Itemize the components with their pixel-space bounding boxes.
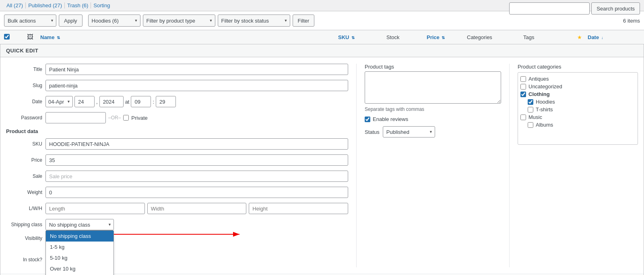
date-colon: : [153,99,154,105]
table-header: 🖼 Name ⇅ SKU ⇅ Stock Price ⇅ Categories … [0,30,644,44]
date-column-header[interactable]: Date ↓ [588,34,640,40]
title-row: Title [6,64,348,75]
sku-label: SKU [6,141,42,147]
bulk-actions-select[interactable]: Bulk actions [4,15,56,27]
password-label: Password [6,115,42,121]
sku-column-header[interactable]: SKU ⇅ [338,34,386,40]
weight-row: Weight [6,187,348,198]
status-select[interactable]: Published [383,126,435,138]
categories-list: Antiques Uncategorized Clothing [518,72,638,145]
date-inputs: 04-Apr ▼ , at : [45,96,176,107]
cat-antiques-label: Antiques [528,76,549,82]
length-input[interactable] [45,203,145,214]
lwh-row: L/W/H [6,203,348,214]
select-all-wrapper[interactable] [4,34,20,41]
weight-input[interactable] [45,187,348,198]
cat-clothing: Clothing [520,90,635,98]
password-input[interactable] [45,112,106,123]
private-checkbox[interactable] [123,115,129,121]
cat-uncategorized-checkbox[interactable] [520,84,526,90]
weight-label: Weight [6,190,42,195]
cat-albums-checkbox[interactable] [528,122,533,128]
shipping-option-no-class[interactable]: No shipping class [46,231,114,242]
title-input[interactable] [45,64,348,75]
status-label: Status [365,129,380,135]
date-year-input[interactable] [99,96,124,107]
slug-row: Slug [6,80,348,91]
slug-input[interactable] [45,80,348,91]
price-row: Price [6,154,348,166]
shipping-class-wrapper: No shipping class ▼ No shipping class 1-… [45,219,114,230]
status-select-wrapper: Published ▼ [383,126,435,138]
sku-input[interactable] [45,138,348,150]
price-input[interactable] [45,154,348,166]
tab-trash[interactable]: Trash (6) [65,2,91,8]
filter-button[interactable]: Filter [293,15,315,27]
lwh-label: L/W/H [6,206,42,211]
product-type-filter-select[interactable]: Filter by product type [143,15,215,27]
product-type-filter-wrapper: Filter by product type ▼ [143,15,215,27]
stock-column-header: Stock [386,34,427,40]
price-column-header[interactable]: Price ⇅ [427,34,467,40]
date-month-wrapper: 04-Apr ▼ [45,96,73,107]
image-column-header: 🖼 [20,33,40,41]
in-stock-label: In stock? [6,257,42,262]
stock-status-filter-select[interactable]: Filter by stock status [218,15,290,27]
star-icon: ★ [577,34,582,40]
private-label: Private [131,115,147,121]
enable-reviews-label: Enable reviews [373,116,408,122]
quick-edit-panel: QUICK EDIT Title Slug Date [0,44,644,275]
cat-hoodies: Hoodies [520,98,635,106]
enable-reviews-checkbox[interactable] [365,117,370,122]
cat-music: Music [520,113,635,121]
sale-input[interactable] [45,171,348,182]
sku-sort-icon: ⇅ [351,35,355,40]
date-comma: , [96,99,98,105]
date-day-input[interactable] [74,96,95,107]
date-hour-input[interactable] [131,96,151,107]
product-tags-label: Product tags [365,64,501,70]
categories-column-header: Categories [467,34,523,40]
cat-clothing-checkbox[interactable] [520,92,526,97]
height-input[interactable] [249,203,348,214]
cat-hoodies-checkbox[interactable] [528,99,533,105]
title-label: Title [6,67,42,72]
search-input[interactable] [509,2,590,15]
cat-albums: Albums [520,121,635,129]
cat-antiques-checkbox[interactable] [520,76,526,82]
status-row: Status Published ▼ [365,126,501,138]
date-row: Date 04-Apr ▼ , at : [6,96,348,107]
quick-edit-body: Title Slug Date 04-Apr [0,57,644,274]
featured-column-header: ★ [572,34,588,40]
filter-tabs: All (27) Published (27) Trash (6) Sortin… [4,2,112,8]
tab-all[interactable]: All (27) [4,2,26,8]
date-label: Date [6,99,42,104]
shipping-option-over-10[interactable]: Over 10 kg [46,263,114,274]
image-icon: 🖼 [27,33,33,40]
search-products-button[interactable]: Search products [591,2,640,15]
tab-sorting[interactable]: Sorting [91,2,112,8]
shipping-option-5-10[interactable]: 5-10 kg [46,252,114,263]
visibility-label: Visibility [6,235,42,241]
tab-published[interactable]: Published (27) [26,2,65,8]
product-tags-input[interactable] [365,71,501,104]
cat-tshirts-checkbox[interactable] [528,107,533,112]
price-sort-icon: ⇅ [442,35,445,40]
shipping-option-1-5[interactable]: 1-5 kg [46,242,114,252]
select-all-checkbox[interactable] [4,34,10,40]
items-count: 6 items [623,18,640,24]
password-inputs: –OR– Private [45,112,348,123]
shipping-class-label: Shipping class [6,222,42,227]
shipping-class-select[interactable]: No shipping class [45,219,114,230]
width-input[interactable] [147,203,247,214]
cat-tshirts-label: T-shirts [536,106,553,112]
date-month-select[interactable]: 04-Apr [45,96,73,107]
apply-button[interactable]: Apply [59,15,83,27]
shipping-class-row: Shipping class No shipping class ▼ No sh… [6,219,348,230]
cat-uncategorized: Uncategorized [520,83,635,90]
cat-clothing-label: Clothing [528,91,550,97]
hoodies-filter-select[interactable]: Hoodies (6) [88,15,140,27]
date-minute-input[interactable] [156,96,176,107]
cat-music-checkbox[interactable] [520,115,526,120]
name-column-header[interactable]: Name ⇅ [40,34,338,40]
